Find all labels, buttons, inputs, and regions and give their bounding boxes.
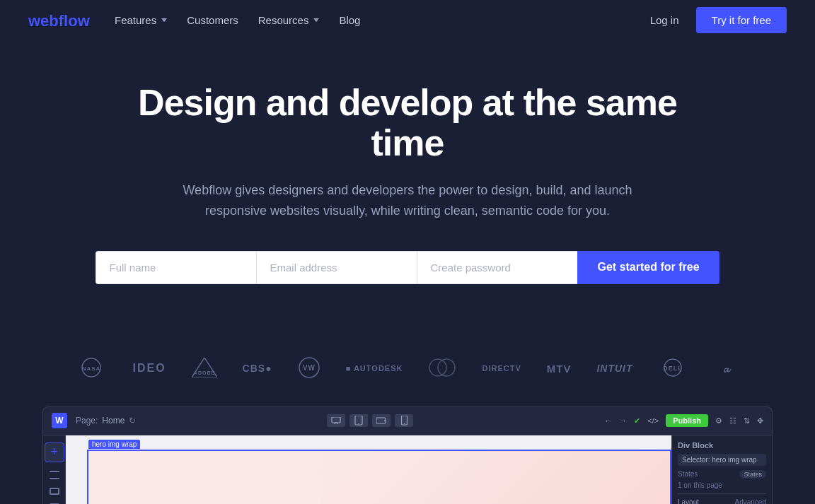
expand-icon[interactable]: ✥ <box>757 416 763 426</box>
logos-strip: NASA IDEO adobe CBS● VW ■ AUTODESK DIREC… <box>0 349 815 406</box>
nav-left: webflow Features Customers Resources Blo… <box>28 11 360 30</box>
refresh-icon[interactable]: ↻ <box>129 416 136 426</box>
login-link[interactable]: Log in <box>650 14 679 26</box>
logo-ideo: IDEO <box>132 362 166 375</box>
logo-mtv: mtv <box>547 363 572 375</box>
editor-canvas[interactable]: hero img wrap ILLUSTRATION + <box>66 435 671 504</box>
logo[interactable]: webflow <box>28 11 92 30</box>
svg-text:adobe: adobe <box>193 370 214 375</box>
editor-right-panel: Div Block Selector: hero img wrap States… <box>671 435 772 504</box>
nav-item-customers[interactable]: Customers <box>187 14 238 26</box>
breadcrumb-page-label: Page: <box>76 416 98 426</box>
device-switcher <box>144 414 596 427</box>
chevron-down-icon <box>313 18 319 22</box>
hero-element[interactable]: hero img wrap ILLUSTRATION + <box>87 450 671 504</box>
canvas-inner: hero img wrap ILLUSTRATION + <box>87 450 671 504</box>
code-icon[interactable]: </> <box>647 416 659 425</box>
logo-dell: DELL <box>659 358 687 379</box>
redo-icon[interactable]: → <box>619 416 627 425</box>
editor-preview: W Page: Home ↻ ← → ✔ </> Publish <box>42 406 773 504</box>
logo-nasa: NASA <box>76 358 107 380</box>
nav-menu: Features Customers Resources Blog <box>115 14 360 26</box>
logo-intuit: intuit <box>596 363 632 374</box>
states-label: States <box>678 470 698 479</box>
add-element-button[interactable]: + <box>45 443 64 462</box>
nav-right: Log in Try it for free <box>650 7 787 33</box>
svg-text:DELL: DELL <box>663 365 683 372</box>
breadcrumb-page-value[interactable]: Home <box>102 416 125 426</box>
editor-body: + ☰ hero img wrap ILLUSTRATION + Div Blo… <box>43 435 772 504</box>
layout-label: Layout <box>678 498 699 504</box>
mobile-view-button[interactable] <box>395 414 413 427</box>
states-row: States States <box>678 470 766 479</box>
navbar: webflow Features Customers Resources Blo… <box>0 0 815 40</box>
grid-icon[interactable]: ☷ <box>729 416 736 426</box>
selector-bar[interactable]: Selector: hero img wrap <box>678 454 766 466</box>
svg-text:VW: VW <box>303 364 316 372</box>
layers-icon[interactable] <box>50 471 59 479</box>
states-badge[interactable]: States <box>739 470 766 479</box>
tablet-view-button[interactable] <box>349 414 368 427</box>
publish-button[interactable]: Publish <box>666 414 708 427</box>
panel-divider-1 <box>678 493 766 494</box>
check-icon: ✔ <box>634 416 640 426</box>
advanced-label[interactable]: Advanced <box>735 498 766 504</box>
desktop-view-button[interactable] <box>327 414 345 427</box>
signup-form: Get started for free <box>100 251 715 284</box>
email-input[interactable] <box>256 251 417 284</box>
svg-point-17 <box>359 423 360 425</box>
arrows-icon[interactable]: ⇅ <box>744 416 750 426</box>
breadcrumb: Page: Home ↻ <box>76 416 136 426</box>
logo-adobe: adobe <box>192 358 217 380</box>
editor-toolbar: W Page: Home ↻ ← → ✔ </> Publish <box>43 407 772 435</box>
fullname-input[interactable] <box>96 251 256 284</box>
try-free-button[interactable]: Try it for free <box>696 7 787 33</box>
hero-subtitle: Webflow gives designers and developers t… <box>181 180 634 221</box>
svg-point-21 <box>404 423 405 425</box>
hero-element-label: hero img wrap <box>88 440 140 449</box>
undo-icon[interactable]: ← <box>604 416 612 425</box>
get-started-button[interactable]: Get started for free <box>577 251 719 284</box>
password-input[interactable] <box>417 251 577 284</box>
count-label: 1 on this page <box>678 481 722 489</box>
svg-text:𝓪: 𝓪 <box>722 363 731 375</box>
count-row: 1 on this page <box>678 481 766 489</box>
logo-vw: VW <box>298 356 320 381</box>
settings-icon[interactable]: ⚙ <box>715 416 722 426</box>
mobile-landscape-view-button[interactable] <box>372 414 391 427</box>
logo-mastercard <box>428 358 456 379</box>
editor-left-panel: + ☰ <box>43 435 66 504</box>
nav-item-features[interactable]: Features <box>115 14 167 26</box>
logo-cbs: CBS● <box>243 363 272 374</box>
selector-label: Selector: <box>682 456 710 464</box>
svg-rect-12 <box>332 417 340 423</box>
nav-item-resources[interactable]: Resources <box>258 14 320 26</box>
svg-point-19 <box>384 421 386 422</box>
layout-row: Layout Advanced <box>678 498 766 504</box>
toolbar-actions: ← → ✔ </> Publish ⚙ ☷ ⇅ ✥ <box>604 414 763 427</box>
nav-item-blog[interactable]: Blog <box>339 14 360 26</box>
hero-title: Design and develop at the same time <box>117 83 698 163</box>
webflow-editor-logo: W <box>52 413 67 428</box>
svg-text:webflow: webflow <box>28 12 91 30</box>
logo-under-armour: 𝓪 <box>712 358 739 379</box>
svg-text:NASA: NASA <box>82 365 101 372</box>
hero-section: Design and develop at the same time Webf… <box>0 40 815 349</box>
chevron-down-icon <box>161 18 167 22</box>
assets-icon[interactable] <box>50 488 59 495</box>
logo-autodesk: ■ AUTODESK <box>346 364 403 373</box>
selector-value: hero img wrap <box>712 456 756 464</box>
logo-directv: DIRECTV <box>482 364 521 373</box>
panel-section-title: Div Block <box>678 441 766 450</box>
